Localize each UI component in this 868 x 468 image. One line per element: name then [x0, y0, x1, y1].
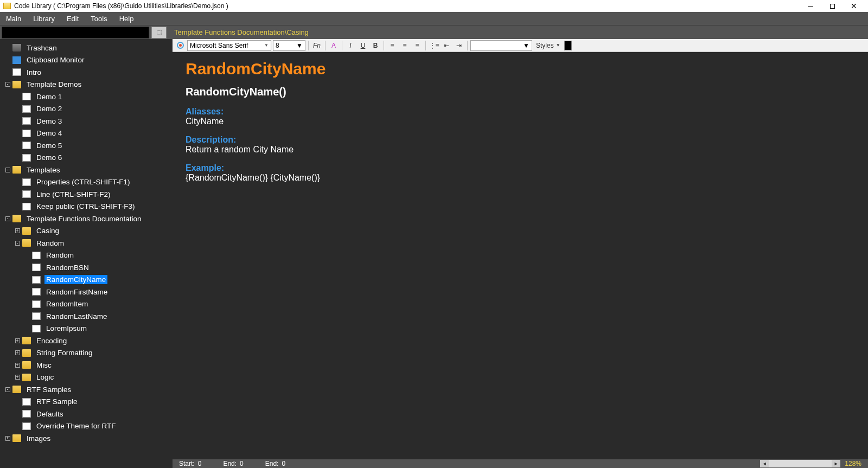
expand-icon[interactable]: + — [14, 362, 21, 368]
tree-item-encoding[interactable]: +Encoding — [0, 335, 173, 347]
align-center-button[interactable]: ≡ — [399, 40, 410, 51]
tree-item-keep-public-ctrl-shift-f3-[interactable]: Keep public (CTRL-SHIFT-F3) — [0, 201, 173, 213]
tree-item-randomitem[interactable]: RandomItem — [0, 298, 173, 311]
tree-item-rtf-sample[interactable]: RTF Sample — [0, 396, 173, 408]
tree-spacer — [24, 289, 30, 295]
tree-item-random[interactable]: Random — [0, 249, 173, 262]
target-icon[interactable] — [175, 40, 186, 51]
tree-item-randomfirstname[interactable]: RandomFirstName — [0, 286, 173, 298]
menu-main[interactable]: Main — [0, 12, 27, 25]
tree-item-properties-ctrl-shift-f1-[interactable]: Properties (CTRL-SHIFT-F1) — [0, 176, 173, 189]
align-left-button[interactable]: ≡ — [387, 40, 398, 51]
expand-icon[interactable]: + — [14, 374, 21, 381]
tree-spacer — [24, 277, 30, 283]
tree-item-demo-1[interactable]: Demo 1 — [0, 91, 173, 103]
tree-view[interactable]: TrashcanClipboard MonitorIntro-Template … — [0, 39, 173, 468]
menu-library[interactable]: Library — [27, 12, 61, 25]
collapse-icon[interactable]: - — [4, 215, 11, 222]
bold-button[interactable]: B — [370, 40, 381, 51]
collapse-icon[interactable]: - — [4, 81, 11, 88]
styles-dropdown[interactable]: Styles▼ — [534, 42, 563, 49]
tree-item-label: Casing — [35, 226, 61, 235]
zoom-level[interactable]: 128% — [845, 460, 861, 467]
tree-item-randombsn[interactable]: RandomBSN — [0, 261, 173, 274]
tree-item-label: Encoding — [35, 336, 68, 345]
file-icon — [12, 68, 21, 76]
tree-item-label: Clipboard Monitor — [25, 55, 86, 65]
underline-button[interactable]: U — [358, 40, 368, 51]
document-editor[interactable]: RandomCityName RandomCityName() Aliasses… — [173, 52, 868, 459]
tree-item-template-functions-documentation[interactable]: -Template Functions Documentation — [0, 213, 173, 225]
tree-item-demo-2[interactable]: Demo 2 — [0, 103, 173, 116]
font-size-select[interactable]: 8▼ — [273, 40, 305, 51]
tree-item-defaults[interactable]: Defaults — [0, 408, 173, 420]
close-button[interactable]: ✕ — [843, 0, 865, 12]
tree-spacer — [4, 44, 11, 51]
expand-icon[interactable]: + — [14, 350, 21, 356]
start-label: Start: — [179, 460, 195, 467]
tree-item-demo-6[interactable]: Demo 6 — [0, 152, 173, 164]
tree-item-misc[interactable]: +Misc — [0, 359, 173, 371]
tree-item-demo-3[interactable]: Demo 3 — [0, 115, 173, 127]
tree-item-label: Demo 2 — [35, 104, 63, 113]
expand-icon[interactable]: + — [14, 228, 21, 234]
folder-icon — [12, 166, 21, 174]
color-swatch[interactable] — [564, 41, 572, 50]
scroll-left-button[interactable]: ◄ — [760, 460, 769, 467]
tree-item-string-formatting[interactable]: +String Formatting — [0, 347, 173, 360]
menubar: MainLibraryEditToolsHelp — [0, 12, 868, 25]
breadcrumb: Template Functions Documentation\Casing — [174, 28, 309, 36]
tree-item-randomlastname[interactable]: RandomLastName — [0, 310, 173, 323]
file-icon — [22, 410, 31, 418]
expand-icon[interactable]: + — [4, 435, 11, 441]
scroll-right-button[interactable]: ► — [832, 460, 840, 467]
increase-indent-button[interactable]: ⇥ — [454, 40, 464, 51]
tree-item-logic[interactable]: +Logic — [0, 371, 173, 384]
menu-edit[interactable]: Edit — [61, 12, 85, 25]
tree-item-demo-5[interactable]: Demo 5 — [0, 139, 173, 152]
tree-item-images[interactable]: +Images — [0, 432, 173, 445]
tree-spacer — [24, 252, 30, 259]
tree-item-label: Demo 5 — [35, 141, 63, 150]
tree-item-randomcityname[interactable]: RandomCityName — [0, 274, 173, 286]
align-right-button[interactable]: ≡ — [412, 40, 423, 51]
italic-button[interactable]: I — [345, 40, 356, 51]
minimize-button[interactable] — [800, 0, 821, 12]
tree-item-templates[interactable]: -Templates — [0, 164, 173, 176]
tree-item-override-theme-for-rtf[interactable]: Override Theme for RTF — [0, 420, 173, 433]
collapse-icon[interactable]: - — [4, 386, 11, 393]
tree-item-random[interactable]: -Random — [0, 237, 173, 249]
tree-item-label: Random — [35, 239, 66, 248]
example-value: {RandomCityName()} {CityName()} — [186, 173, 855, 183]
tree-spacer — [24, 325, 30, 332]
tree-item-clipboard-monitor[interactable]: Clipboard Monitor — [0, 54, 173, 67]
tree-item-casing[interactable]: +Casing — [0, 225, 173, 238]
collapse-icon[interactable]: - — [14, 240, 21, 246]
tree-item-line-ctrl-shift-f2-[interactable]: Line (CTRL-SHIFT-F2) — [0, 188, 173, 201]
sidebar: TrashcanClipboard MonitorIntro-Template … — [0, 39, 173, 468]
decrease-indent-button[interactable]: ⇤ — [441, 40, 452, 51]
tree-item-loremipsum[interactable]: LoremIpsum — [0, 323, 173, 335]
tree-item-rtf-samples[interactable]: -RTF Samples — [0, 383, 173, 396]
expand-icon[interactable]: + — [14, 337, 21, 344]
tree-spacer — [14, 142, 21, 149]
menu-help[interactable]: Help — [113, 12, 140, 25]
tree-item-demo-4[interactable]: Demo 4 — [0, 127, 173, 140]
tree-item-trashcan[interactable]: Trashcan — [0, 42, 173, 54]
font-family-select[interactable]: Microsoft Sans Serif▼ — [187, 40, 271, 51]
collapse-icon[interactable]: - — [4, 166, 11, 173]
tree-item-intro[interactable]: Intro — [0, 66, 173, 79]
file-icon — [22, 117, 31, 125]
horizontal-scrollbar[interactable]: ◄ ► — [760, 460, 840, 467]
font-color-button[interactable]: A — [328, 40, 339, 51]
function-button[interactable]: Fn — [311, 40, 322, 51]
bulleted-list-button[interactable]: ⋮≡ — [429, 40, 439, 51]
search-options-button[interactable]: ⬚ — [151, 27, 167, 39]
tree-item-template-demos[interactable]: -Template Demos — [0, 79, 173, 91]
search-input[interactable] — [2, 27, 149, 39]
menu-tools[interactable]: Tools — [85, 12, 113, 25]
maximize-button[interactable] — [821, 0, 843, 12]
file-icon — [22, 93, 31, 100]
folder-icon — [22, 361, 31, 369]
style-select[interactable]: ▼ — [470, 40, 532, 51]
